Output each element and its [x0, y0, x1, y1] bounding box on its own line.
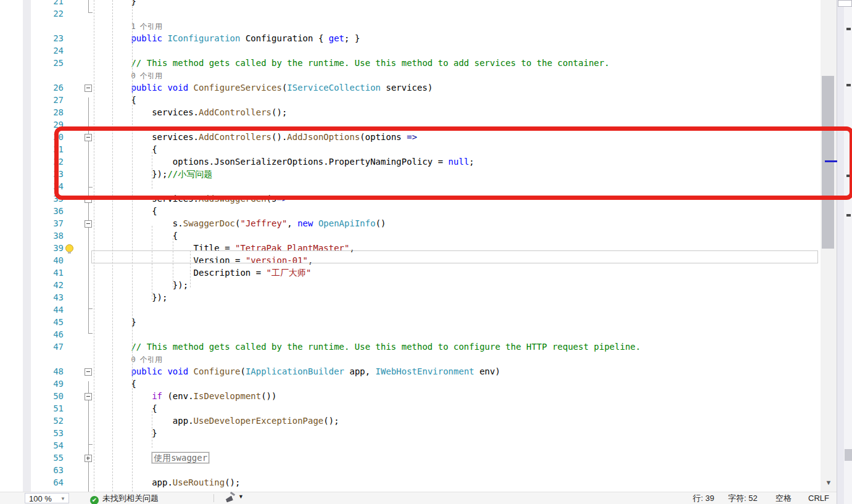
line-number: 51 — [0, 402, 64, 415]
code-token: get — [329, 33, 344, 43]
code-line[interactable]: 26 public void ConfigureServices(IServic… — [0, 81, 821, 94]
code-token: IApplicationBuilder — [246, 366, 344, 376]
code-line[interactable]: 23 public IConfiguration Configuration {… — [0, 32, 821, 44]
line-number: 25 — [0, 57, 64, 69]
code-line[interactable]: 51 { — [0, 402, 821, 415]
code-text: 0 个引用 — [89, 69, 821, 81]
fold-margin — [64, 415, 89, 427]
line-number: 64 — [0, 476, 64, 489]
code-line[interactable]: 46 — [0, 328, 821, 341]
code-line[interactable]: 49 { — [0, 378, 821, 390]
code-token: IServiceCollection — [287, 83, 381, 93]
code-text — [89, 304, 821, 316]
document-health-indicator[interactable]: ✔未找到相关问题 — [90, 493, 159, 504]
code-line[interactable]: 41 Description = "工厂大师" — [0, 266, 821, 279]
code-text — [89, 7, 821, 20]
code-line[interactable]: 54 — [0, 439, 821, 452]
fold-collapse-icon[interactable] — [85, 220, 92, 228]
fold-margin — [64, 402, 89, 415]
fold-guide-end — [88, 333, 93, 334]
code-line[interactable]: 36 { — [0, 205, 821, 217]
fold-collapse-icon[interactable] — [85, 85, 92, 92]
outer-scrollbar[interactable] — [844, 0, 852, 504]
code-text: }); — [89, 279, 821, 291]
code-token: ConfigureServices — [194, 83, 282, 93]
outer-scrollbar-thumb[interactable] — [845, 449, 852, 461]
code-editor[interactable]: 20 Configuration = configuration;21 }22 … — [0, 0, 821, 492]
code-token: Configure — [194, 366, 241, 376]
collapsed-region-box[interactable]: 使用swagger — [152, 452, 209, 463]
fold-margin — [64, 44, 89, 57]
code-line[interactable]: 43 }); — [0, 291, 821, 304]
code-token: "Jeffrey" — [240, 218, 287, 228]
code-token: public void — [89, 366, 194, 376]
code-line[interactable]: 52 app.UseDeveloperExceptionPage(); — [0, 415, 821, 427]
code-line[interactable]: 37 s.SwaggerDoc("Jeffrey", new OpenApiIn… — [0, 217, 821, 229]
code-line[interactable]: 0 个引用 — [0, 69, 821, 81]
fold-margin — [64, 316, 89, 328]
fold-margin — [64, 341, 89, 353]
code-line[interactable]: 28 services.AddControllers(); — [0, 106, 821, 118]
code-token: 0 个引用 — [131, 355, 162, 364]
code-token: ( — [240, 366, 245, 376]
health-text: 未找到相关问题 — [102, 494, 159, 503]
code-line[interactable]: 45 } — [0, 316, 821, 328]
code-token: services) — [381, 83, 432, 93]
code-line[interactable]: 42 }); — [0, 279, 821, 291]
code-token: public — [89, 33, 167, 43]
code-token: }); — [89, 280, 188, 290]
code-line[interactable]: 47 // This method gets called by the run… — [0, 341, 821, 353]
line-number: 26 — [0, 81, 64, 94]
code-text: { — [89, 402, 821, 415]
vertical-scrollbar[interactable]: ▼ — [821, 0, 837, 492]
code-token: (); — [271, 107, 287, 117]
fold-margin — [64, 439, 89, 452]
fold-collapse-icon[interactable] — [85, 368, 92, 376]
code-cleanup-button[interactable]: ▼ — [225, 493, 244, 504]
scrollbar-down-arrow-icon[interactable]: ▼ — [821, 476, 837, 489]
code-token: Description = — [89, 268, 267, 278]
chevron-down-icon: ▼ — [238, 494, 244, 500]
code-line[interactable]: 22 — [0, 7, 821, 20]
code-line[interactable]: 38 { — [0, 229, 821, 242]
code-line[interactable]: 64 app.UseRouting(); — [0, 476, 821, 489]
code-line[interactable]: 1 个引用 — [0, 20, 821, 32]
code-text: { — [89, 229, 821, 242]
code-line[interactable]: 53 } — [0, 427, 821, 439]
lightbulb-icon[interactable] — [65, 244, 73, 252]
code-token: 0 个引用 — [131, 72, 162, 80]
code-line[interactable]: 21 } — [0, 0, 821, 7]
indent-guide — [132, 0, 133, 492]
code-text: 0 个引用 — [89, 353, 821, 365]
code-text: { — [89, 94, 821, 106]
code-line[interactable]: 44 — [0, 304, 821, 316]
line-number: 29 — [0, 118, 64, 131]
code-token: ; } — [344, 33, 360, 43]
line-number: 49 — [0, 378, 64, 390]
code-line[interactable]: 0 个引用 — [0, 353, 821, 365]
fold-margin — [64, 94, 89, 106]
fold-margin — [64, 390, 89, 402]
code-token: 1 个引用 — [131, 22, 162, 31]
fold-collapse-icon[interactable] — [85, 393, 92, 400]
fold-margin — [64, 0, 89, 7]
line-number: 50 — [0, 390, 64, 402]
code-token: ()) — [261, 391, 276, 401]
code-line[interactable]: 55 使用swagger — [0, 452, 821, 464]
fold-margin — [64, 365, 89, 378]
code-line[interactable]: 27 { — [0, 94, 821, 106]
column-indicator: 字符: 52 — [728, 493, 758, 504]
code-line[interactable]: 48 public void Configure(IApplicationBui… — [0, 365, 821, 378]
fold-expand-icon[interactable] — [85, 455, 92, 462]
code-line[interactable]: 63 — [0, 464, 821, 476]
line-number: 63 — [0, 464, 64, 476]
code-token: IWebHostEnvironment — [376, 366, 474, 376]
code-line[interactable]: 50 if (env.IsDevelopment()) — [0, 390, 821, 402]
code-token: SwaggerDoc — [183, 218, 235, 228]
line-number: 40 — [0, 254, 64, 266]
code-line[interactable]: 25 // This method gets called by the run… — [0, 57, 821, 69]
code-line[interactable]: 24 — [0, 44, 821, 57]
code-text: // This method gets called by the runtim… — [89, 57, 821, 69]
zoom-select[interactable]: 100 % ▼ — [25, 493, 69, 503]
code-text: public void ConfigureServices(IServiceCo… — [89, 81, 821, 94]
